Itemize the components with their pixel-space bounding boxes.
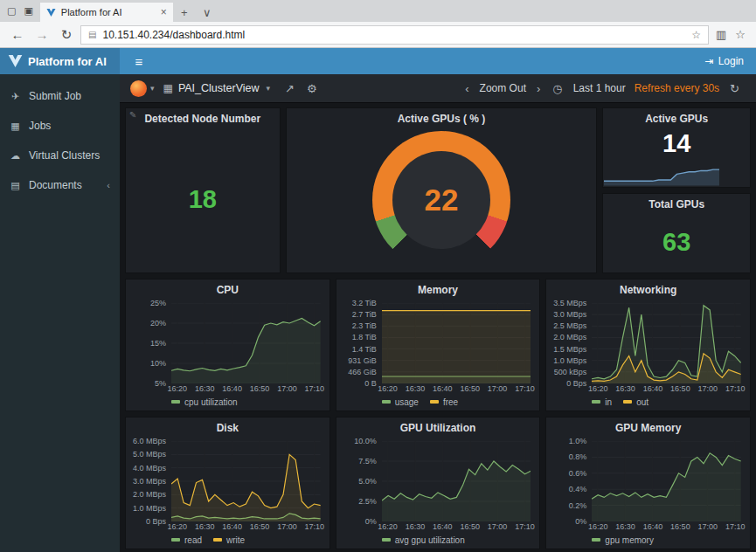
y-axis: 25%20%15%10%5%: [129, 303, 171, 383]
chevron-down-icon[interactable]: ▾: [267, 84, 271, 93]
virtual-clusters-icon: ☁: [10, 150, 21, 162]
legend: avg gpu utilization: [382, 534, 540, 549]
y-tick-label: 7.5%: [358, 457, 377, 466]
gauge: 22: [287, 127, 597, 273]
x-tick-label: 16:30: [195, 384, 215, 393]
panel-title[interactable]: Detected Node Number: [126, 108, 280, 127]
graph-area[interactable]: 3.2 TiB2.7 TiB2.3 TiB1.8 TiB1.4 TiB931 G…: [336, 298, 540, 383]
sidebar-item-submit-job[interactable]: ✈ Submit Job: [0, 81, 120, 111]
gauge-face: 22: [392, 151, 490, 249]
y-axis: 6.0 MBps5.0 MBps4.0 MBps3.0 MBps2.0 MBps…: [129, 441, 171, 521]
graph-area[interactable]: 6.0 MBps5.0 MBps4.0 MBps3.0 MBps2.0 MBps…: [126, 436, 329, 521]
y-tick-label: 2.5 MBps: [553, 321, 586, 330]
share-icon[interactable]: ↗: [285, 82, 295, 95]
zoom-out-button[interactable]: Zoom Out: [480, 82, 526, 94]
url-box[interactable]: ▤ 10.151.40.234/dashboard.html ☆: [80, 25, 709, 45]
panel-title[interactable]: Active GPUs: [603, 108, 750, 127]
panel-title[interactable]: Disk: [126, 417, 329, 436]
graph-area[interactable]: 25%20%15%10%5%: [126, 298, 329, 383]
plot[interactable]: [171, 441, 321, 521]
legend-item[interactable]: write: [213, 535, 245, 545]
panel-title[interactable]: GPU Utilization: [336, 417, 540, 436]
y-tick-label: 15%: [150, 339, 166, 348]
url-text[interactable]: 10.151.40.234/dashboard.html: [102, 29, 685, 41]
gauge-ring: 22: [372, 131, 510, 269]
favorites-star-icon[interactable]: ☆: [691, 29, 701, 41]
gear-icon[interactable]: ⚙: [307, 82, 317, 95]
stat-value: 63: [662, 228, 690, 257]
legend-item[interactable]: in: [592, 397, 612, 407]
y-axis: 3.2 TiB2.7 TiB2.3 TiB1.8 TiB1.4 TiB931 G…: [340, 303, 382, 383]
reading-view-icon[interactable]: ▥: [716, 28, 726, 41]
y-tick-label: 466 GiB: [348, 368, 377, 376]
refresh-interval-button[interactable]: Refresh every 30s: [635, 82, 719, 94]
back-icon[interactable]: ←: [7, 27, 28, 42]
panel-title[interactable]: Total GPUs: [603, 194, 750, 212]
x-tick-label: 17:10: [515, 384, 535, 393]
browser-tab[interactable]: Platform for AI ×: [40, 3, 173, 22]
y-tick-label: 0%: [575, 517, 586, 526]
panel-title[interactable]: Networking: [546, 279, 750, 298]
time-back-icon[interactable]: ‹: [465, 82, 468, 95]
sidebar-item-virtual-clusters[interactable]: ☁ Virtual Clusters: [0, 141, 120, 170]
sidebar-toggle-icon[interactable]: ≡: [120, 54, 158, 69]
brand[interactable]: Platform for AI: [0, 48, 120, 74]
time-forward-icon[interactable]: ›: [537, 82, 540, 95]
x-tick-label: 16:50: [250, 384, 270, 393]
x-tick-label: 17:10: [305, 522, 325, 531]
refresh-dashboard-icon[interactable]: ↻: [730, 82, 739, 95]
legend-color-icon: [382, 538, 391, 542]
panel-gpu-memory: GPU Memory 1.0%0.8%0.6%0.4%0.2%0% 16:201…: [545, 417, 751, 549]
plot[interactable]: [382, 441, 531, 521]
plot[interactable]: [592, 303, 741, 383]
x-tick-label: 16:20: [168, 522, 188, 531]
new-tab-button[interactable]: +: [173, 3, 196, 22]
legend-item[interactable]: avg gpu utilization: [382, 535, 465, 545]
y-tick-label: 10%: [150, 359, 166, 368]
legend-item[interactable]: read: [171, 535, 202, 545]
graph-area[interactable]: 1.0%0.8%0.6%0.4%0.2%0%: [546, 436, 750, 521]
dashboard-grid-icon: ▦: [163, 82, 173, 94]
y-tick-label: 1.0 MBps: [133, 504, 166, 513]
sidebar-item-jobs[interactable]: ▦ Jobs: [0, 111, 120, 141]
dashboard-picker[interactable]: PAI_ClusterView: [178, 82, 260, 94]
x-axis: 16:2016:3016:4016:5017:0017:10: [382, 384, 531, 396]
x-tick-label: 16:40: [222, 384, 242, 393]
set-tabs-aside-icon[interactable]: ▢: [7, 5, 16, 17]
panel-title[interactable]: Active GPUs ( % ): [287, 108, 597, 127]
legend-item[interactable]: free: [430, 397, 458, 407]
legend: inout: [592, 396, 750, 411]
login-button[interactable]: ⇥ Login: [705, 55, 756, 67]
refresh-icon[interactable]: ↻: [56, 27, 77, 43]
plot[interactable]: [382, 303, 531, 383]
x-axis: 16:2016:3016:4016:5017:0017:10: [171, 522, 321, 534]
legend-item[interactable]: gpu memory: [592, 535, 654, 545]
panel-title[interactable]: Memory: [336, 279, 540, 298]
panel-title[interactable]: GPU Memory: [546, 417, 750, 436]
forward-icon[interactable]: →: [31, 27, 52, 42]
panel-title[interactable]: CPU: [126, 279, 329, 298]
plot[interactable]: [592, 441, 741, 521]
tab-close-icon[interactable]: ×: [161, 6, 167, 18]
grafana-logo-icon[interactable]: [130, 80, 147, 97]
tab-list-icon[interactable]: ∨: [196, 3, 218, 22]
sidebar-item-documents[interactable]: ▤ Documents ‹: [0, 170, 120, 200]
chevron-down-icon[interactable]: ▾: [150, 84, 155, 93]
time-range-button[interactable]: Last 1 hour: [573, 82, 626, 94]
plot[interactable]: [171, 303, 321, 383]
y-tick-label: 2.3 TiB: [352, 321, 377, 330]
legend-item[interactable]: out: [623, 397, 648, 407]
legend-item[interactable]: usage: [382, 397, 419, 407]
graph-area[interactable]: 10.0%7.5%5.0%2.5%0%: [336, 436, 540, 521]
y-tick-label: 2.0 MBps: [553, 333, 586, 342]
x-axis: 16:2016:3016:4016:5017:0017:10: [171, 384, 321, 396]
sidebar-item-label: Virtual Clusters: [29, 149, 100, 162]
graph-area[interactable]: 3.5 MBps3.0 MBps2.5 MBps2.0 MBps1.5 MBps…: [546, 298, 750, 383]
hub-icon[interactable]: ☆: [735, 28, 746, 41]
show-tabs-icon[interactable]: ▣: [24, 5, 32, 17]
panel-edit-icon[interactable]: ✎: [129, 110, 136, 120]
x-tick-label: 16:40: [433, 384, 453, 393]
y-tick-label: 1.0%: [569, 437, 587, 445]
legend-item[interactable]: cpu utilization: [171, 397, 238, 407]
x-axis: 16:2016:3016:4016:5017:0017:10: [592, 384, 741, 396]
